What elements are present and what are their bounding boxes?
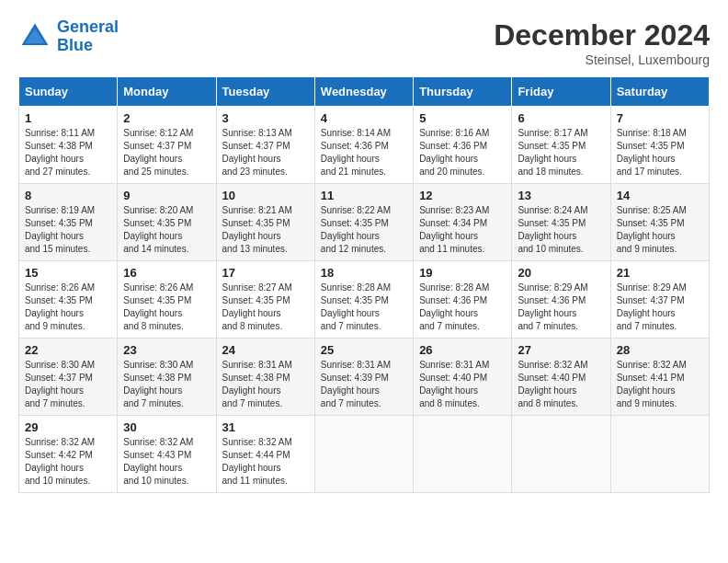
calendar-week-row: 1 Sunrise: 8:11 AM Sunset: 4:38 PM Dayli… — [19, 107, 710, 184]
day-detail: Sunrise: 8:26 AM Sunset: 4:35 PM Dayligh… — [123, 282, 210, 333]
calendar-cell: 29 Sunrise: 8:32 AM Sunset: 4:42 PM Dayl… — [19, 416, 118, 493]
day-detail: Sunrise: 8:31 AM Sunset: 4:40 PM Dayligh… — [419, 359, 506, 410]
day-detail: Sunrise: 8:12 AM Sunset: 4:37 PM Dayligh… — [123, 127, 210, 178]
calendar-cell: 16 Sunrise: 8:26 AM Sunset: 4:35 PM Dayl… — [118, 261, 216, 339]
day-detail: Sunrise: 8:27 AM Sunset: 4:35 PM Dayligh… — [222, 282, 309, 333]
calendar-cell: 14 Sunrise: 8:25 AM Sunset: 4:35 PM Dayl… — [610, 184, 709, 261]
calendar-cell: 27 Sunrise: 8:32 AM Sunset: 4:40 PM Dayl… — [512, 339, 610, 416]
day-number: 12 — [419, 189, 506, 202]
day-detail: Sunrise: 8:28 AM Sunset: 4:36 PM Dayligh… — [419, 282, 506, 333]
day-detail: Sunrise: 8:11 AM Sunset: 4:38 PM Dayligh… — [25, 127, 111, 178]
day-detail: Sunrise: 8:32 AM Sunset: 4:41 PM Dayligh… — [617, 359, 703, 410]
day-number: 26 — [419, 343, 506, 357]
day-number: 18 — [321, 266, 407, 280]
day-number: 24 — [222, 343, 309, 357]
calendar-cell — [414, 416, 512, 493]
calendar-cell — [610, 416, 709, 493]
calendar-cell: 7 Sunrise: 8:18 AM Sunset: 4:35 PM Dayli… — [610, 107, 709, 184]
calendar-week-row: 29 Sunrise: 8:32 AM Sunset: 4:42 PM Dayl… — [19, 416, 710, 493]
calendar-cell: 11 Sunrise: 8:22 AM Sunset: 4:35 PM Dayl… — [314, 184, 413, 261]
day-number: 11 — [321, 189, 407, 202]
day-detail: Sunrise: 8:24 AM Sunset: 4:35 PM Dayligh… — [518, 204, 604, 256]
day-number: 15 — [25, 266, 111, 280]
day-number: 29 — [25, 420, 111, 434]
day-detail: Sunrise: 8:25 AM Sunset: 4:35 PM Dayligh… — [617, 204, 703, 256]
day-number: 6 — [518, 111, 604, 125]
calendar-week-row: 8 Sunrise: 8:19 AM Sunset: 4:35 PM Dayli… — [19, 184, 710, 261]
day-number: 10 — [222, 189, 309, 202]
day-number: 27 — [518, 343, 604, 357]
day-detail: Sunrise: 8:31 AM Sunset: 4:38 PM Dayligh… — [222, 359, 309, 410]
calendar-cell: 25 Sunrise: 8:31 AM Sunset: 4:39 PM Dayl… — [314, 339, 413, 416]
calendar-cell: 31 Sunrise: 8:32 AM Sunset: 4:44 PM Dayl… — [216, 416, 314, 493]
day-detail: Sunrise: 8:21 AM Sunset: 4:35 PM Dayligh… — [222, 204, 309, 256]
day-detail: Sunrise: 8:26 AM Sunset: 4:35 PM Dayligh… — [25, 282, 111, 333]
calendar-cell: 22 Sunrise: 8:30 AM Sunset: 4:37 PM Dayl… — [19, 339, 118, 416]
header-day: Saturday — [610, 77, 709, 107]
header-day: Tuesday — [216, 77, 314, 107]
calendar-cell: 1 Sunrise: 8:11 AM Sunset: 4:38 PM Dayli… — [19, 107, 118, 184]
logo-text: General Blue — [57, 18, 119, 55]
day-number: 5 — [419, 111, 506, 125]
calendar-cell: 18 Sunrise: 8:28 AM Sunset: 4:35 PM Dayl… — [314, 261, 413, 339]
day-detail: Sunrise: 8:32 AM Sunset: 4:42 PM Dayligh… — [25, 436, 111, 488]
day-number: 23 — [123, 343, 210, 357]
calendar-week-row: 22 Sunrise: 8:30 AM Sunset: 4:37 PM Dayl… — [19, 339, 710, 416]
title-block: December 2024 Steinsel, Luxembourg — [494, 18, 710, 67]
calendar-cell: 3 Sunrise: 8:13 AM Sunset: 4:37 PM Dayli… — [216, 107, 314, 184]
day-detail: Sunrise: 8:19 AM Sunset: 4:35 PM Dayligh… — [25, 204, 111, 256]
month-title: December 2024 — [494, 18, 710, 52]
calendar-cell: 9 Sunrise: 8:20 AM Sunset: 4:35 PM Dayli… — [118, 184, 216, 261]
day-number: 21 — [617, 266, 703, 280]
day-number: 1 — [25, 111, 111, 125]
day-detail: Sunrise: 8:32 AM Sunset: 4:43 PM Dayligh… — [123, 436, 210, 488]
calendar-week-row: 15 Sunrise: 8:26 AM Sunset: 4:35 PM Dayl… — [19, 261, 710, 339]
day-number: 31 — [222, 420, 309, 434]
header-day: Friday — [512, 77, 610, 107]
day-number: 4 — [321, 111, 407, 125]
day-number: 19 — [419, 266, 506, 280]
calendar-table: SundayMondayTuesdayWednesdayThursdayFrid… — [18, 76, 710, 493]
day-number: 17 — [222, 266, 309, 280]
day-detail: Sunrise: 8:29 AM Sunset: 4:37 PM Dayligh… — [617, 282, 703, 333]
day-detail: Sunrise: 8:22 AM Sunset: 4:35 PM Dayligh… — [321, 204, 407, 256]
day-detail: Sunrise: 8:30 AM Sunset: 4:37 PM Dayligh… — [25, 359, 111, 410]
header-day: Thursday — [414, 77, 512, 107]
day-number: 20 — [518, 266, 604, 280]
calendar-cell: 13 Sunrise: 8:24 AM Sunset: 4:35 PM Dayl… — [512, 184, 610, 261]
day-number: 30 — [123, 420, 210, 434]
calendar-cell: 12 Sunrise: 8:23 AM Sunset: 4:34 PM Dayl… — [414, 184, 512, 261]
calendar-cell: 26 Sunrise: 8:31 AM Sunset: 4:40 PM Dayl… — [414, 339, 512, 416]
day-number: 16 — [123, 266, 210, 280]
day-detail: Sunrise: 8:32 AM Sunset: 4:44 PM Dayligh… — [222, 436, 309, 488]
calendar-cell: 10 Sunrise: 8:21 AM Sunset: 4:35 PM Dayl… — [216, 184, 314, 261]
calendar-cell: 5 Sunrise: 8:16 AM Sunset: 4:36 PM Dayli… — [414, 107, 512, 184]
day-detail: Sunrise: 8:13 AM Sunset: 4:37 PM Dayligh… — [222, 127, 309, 178]
calendar-cell: 20 Sunrise: 8:29 AM Sunset: 4:36 PM Dayl… — [512, 261, 610, 339]
header-day: Sunday — [19, 77, 118, 107]
logo: General Blue — [18, 18, 119, 55]
day-detail: Sunrise: 8:30 AM Sunset: 4:38 PM Dayligh… — [123, 359, 210, 410]
day-detail: Sunrise: 8:20 AM Sunset: 4:35 PM Dayligh… — [123, 204, 210, 256]
calendar-cell: 30 Sunrise: 8:32 AM Sunset: 4:43 PM Dayl… — [118, 416, 216, 493]
day-number: 3 — [222, 111, 309, 125]
calendar-cell — [314, 416, 413, 493]
day-number: 25 — [321, 343, 407, 357]
day-detail: Sunrise: 8:31 AM Sunset: 4:39 PM Dayligh… — [321, 359, 407, 410]
header-row: SundayMondayTuesdayWednesdayThursdayFrid… — [19, 77, 710, 107]
calendar-cell: 21 Sunrise: 8:29 AM Sunset: 4:37 PM Dayl… — [610, 261, 709, 339]
calendar-cell: 6 Sunrise: 8:17 AM Sunset: 4:35 PM Dayli… — [512, 107, 610, 184]
day-number: 8 — [25, 189, 111, 202]
day-number: 7 — [617, 111, 703, 125]
calendar-cell: 4 Sunrise: 8:14 AM Sunset: 4:36 PM Dayli… — [314, 107, 413, 184]
day-number: 2 — [123, 111, 210, 125]
calendar-cell: 19 Sunrise: 8:28 AM Sunset: 4:36 PM Dayl… — [414, 261, 512, 339]
day-number: 28 — [617, 343, 703, 357]
header-day: Monday — [118, 77, 216, 107]
day-detail: Sunrise: 8:16 AM Sunset: 4:36 PM Dayligh… — [419, 127, 506, 178]
calendar-cell: 8 Sunrise: 8:19 AM Sunset: 4:35 PM Dayli… — [19, 184, 118, 261]
location-subtitle: Steinsel, Luxembourg — [494, 52, 710, 67]
header-day: Wednesday — [314, 77, 413, 107]
calendar-cell: 24 Sunrise: 8:31 AM Sunset: 4:38 PM Dayl… — [216, 339, 314, 416]
day-detail: Sunrise: 8:14 AM Sunset: 4:36 PM Dayligh… — [321, 127, 407, 178]
